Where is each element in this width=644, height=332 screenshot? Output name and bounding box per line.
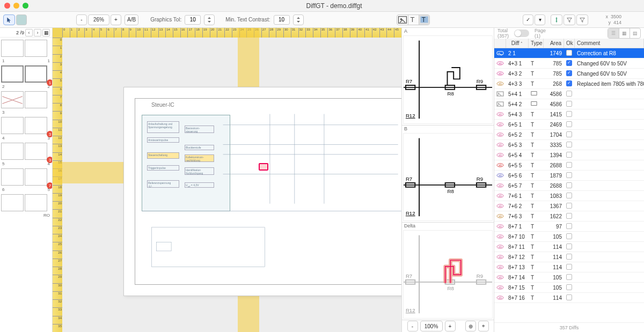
diff-ok-checkbox[interactable] xyxy=(564,121,575,128)
thumbnail-pair[interactable]: 543 xyxy=(1,143,51,160)
zoom-window-icon[interactable] xyxy=(23,3,28,9)
diff-row[interactable]: ab8+7 14T105 xyxy=(494,272,644,283)
diff-ok-checkbox[interactable] xyxy=(564,223,575,230)
layout-list-button[interactable]: ☰ xyxy=(608,28,619,38)
diff-ok-checkbox[interactable] xyxy=(564,244,575,250)
diff-ok-checkbox[interactable] xyxy=(564,264,575,271)
col-comment[interactable]: Comment xyxy=(575,39,644,48)
compare-canvas-a[interactable]: R7 R8 R9 R12 xyxy=(403,35,493,124)
layout-large-button[interactable]: ▤ xyxy=(630,28,640,38)
text-mode-button[interactable]: T xyxy=(408,15,419,25)
diff-row[interactable]: ab5+4 3T1415 xyxy=(494,109,644,120)
ab-toggle-button[interactable]: A/B xyxy=(125,14,138,25)
diff-ok-checkbox[interactable] xyxy=(564,60,575,67)
diff-ok-checkbox[interactable] xyxy=(564,80,575,87)
diff-ok-checkbox[interactable] xyxy=(564,294,575,301)
thumbnail-pair[interactable]: 221 xyxy=(1,65,51,83)
thumbnail-pair[interactable]: 433 xyxy=(1,117,51,134)
diff-hotspot[interactable] xyxy=(259,163,268,171)
diff-table[interactable]: Diff ˄ Type Area Ok Comment 2 11749Corre… xyxy=(494,39,644,322)
diff-row[interactable]: ab7+6 2T1367 xyxy=(494,201,644,211)
compare-canvas-b[interactable]: R7 R8 R9 R12 xyxy=(403,133,493,222)
diff-row[interactable]: ab8+7 16T114 xyxy=(494,293,644,303)
diff-ok-checkbox[interactable] xyxy=(564,101,575,108)
diff-row[interactable]: ab8+7 15T105 xyxy=(494,283,644,293)
zoom-level[interactable]: 26% xyxy=(88,14,109,25)
diff-row[interactable]: ab6+5 3T3335 xyxy=(494,140,644,150)
diff-row[interactable]: ab7+6 1T1083 xyxy=(494,191,644,201)
diff-row[interactable]: ab6+5 4T1394 xyxy=(494,150,644,160)
diff-ok-checkbox[interactable] xyxy=(564,172,575,179)
check-filter-button[interactable]: ✓ xyxy=(523,14,533,25)
diff-row[interactable]: ab4+3 1T785Changed 60V to 50V xyxy=(494,58,644,69)
diff-ok-checkbox[interactable] xyxy=(564,111,575,118)
diff-row[interactable]: ab4+3 2T785Changed 60V to 50V xyxy=(494,69,644,79)
diff-row[interactable]: ab7+6 3T1622 xyxy=(494,211,644,222)
diff-ok-checkbox[interactable] xyxy=(564,50,575,57)
diff-ok-checkbox[interactable] xyxy=(564,142,575,149)
diff-row[interactable]: 5+4 14586 xyxy=(494,89,644,99)
min-contrast-input[interactable] xyxy=(274,15,290,25)
layout-grid-button[interactable]: ▦ xyxy=(619,28,630,38)
diff-ok-checkbox[interactable] xyxy=(564,284,575,291)
diff-row[interactable]: ab6+5 6T1879 xyxy=(494,171,644,181)
diff-row[interactable]: ab6+5 7T2688 xyxy=(494,181,644,191)
scope-toggle[interactable] xyxy=(514,29,529,37)
col-diff[interactable]: Diff ˄ xyxy=(506,39,529,48)
funnel1-button[interactable] xyxy=(564,14,575,25)
diff-ok-checkbox[interactable] xyxy=(564,70,575,77)
funnel2-button[interactable] xyxy=(576,14,588,25)
diff-ok-checkbox[interactable] xyxy=(564,91,575,98)
diff-ok-checkbox[interactable] xyxy=(564,193,575,200)
thumbnail-pair[interactable]: RO xyxy=(1,194,51,211)
diff-row[interactable]: ab8+7 13T114 xyxy=(494,262,644,272)
thumbnail-pair[interactable]: 11 xyxy=(1,40,51,57)
close-window-icon[interactable] xyxy=(4,3,10,9)
diff-row[interactable]: 2 11749Correction at R8 xyxy=(494,48,644,58)
min-contrast-stepper[interactable] xyxy=(293,14,304,25)
text-highlight-mode-button[interactable]: T xyxy=(419,15,429,25)
cmp-fit-button[interactable]: ⊕ xyxy=(465,321,476,331)
diff-ok-checkbox[interactable] xyxy=(564,162,575,169)
cmp-zoom-out-button[interactable]: - xyxy=(407,321,418,331)
col-area[interactable]: Area xyxy=(544,39,564,48)
diff-row[interactable]: ab6+5 2T1704 xyxy=(494,130,644,140)
diff-row[interactable]: ab8+7 11T114 xyxy=(494,242,644,252)
next-page-button[interactable]: › xyxy=(34,29,41,36)
col-ok[interactable]: Ok xyxy=(564,39,575,48)
diff-row[interactable]: ab8+7 1T97 xyxy=(494,222,644,232)
diff-row[interactable]: ab4+3 3T268Replaced item 7805 with 7806 xyxy=(494,79,644,89)
col-type[interactable]: Type xyxy=(529,39,544,48)
diff-row[interactable]: ab6+5 1T2469 xyxy=(494,120,644,130)
zoom-out-button[interactable]: - xyxy=(76,14,87,25)
cmp-zoom-level[interactable]: 100% xyxy=(420,321,443,331)
graphics-tol-stepper[interactable] xyxy=(204,14,215,25)
diff-row[interactable]: ab6+5 5T2688 xyxy=(494,160,644,171)
region-tool-button[interactable] xyxy=(16,14,27,25)
graphics-tol-input[interactable] xyxy=(185,15,201,25)
overview-button[interactable]: ▦ xyxy=(42,29,50,36)
diff-ok-checkbox[interactable] xyxy=(564,203,575,210)
diff-ok-checkbox[interactable] xyxy=(564,152,575,159)
main-canvas[interactable]: 0123456789101112131415161718192021222324… xyxy=(53,28,401,332)
pointer-tool-button[interactable] xyxy=(3,14,15,25)
diff-ok-checkbox[interactable] xyxy=(564,182,575,189)
diff-row[interactable]: 5+4 24586 xyxy=(494,99,644,109)
thumbnail-pair[interactable]: 657 xyxy=(1,168,51,186)
tool-filter-button[interactable] xyxy=(551,14,562,25)
diff-ok-checkbox[interactable] xyxy=(564,274,575,281)
zoom-in-button[interactable]: + xyxy=(111,14,121,25)
cmp-target-button[interactable]: ⌖ xyxy=(478,321,489,331)
compare-canvas-delta[interactable]: R7 R8 R9 R12 xyxy=(403,230,493,319)
diff-row[interactable]: ab8+7 12T114 xyxy=(494,252,644,262)
image-mode-button[interactable] xyxy=(397,15,408,25)
thumbnail-pair[interactable]: 3 xyxy=(1,91,51,108)
check-filter-dropdown[interactable]: ▾ xyxy=(535,14,545,25)
diff-row[interactable]: ab8+7 10T105 xyxy=(494,232,644,242)
diff-ok-checkbox[interactable] xyxy=(564,233,575,240)
diff-ok-checkbox[interactable] xyxy=(564,254,575,261)
diff-ok-checkbox[interactable] xyxy=(564,213,575,220)
prev-page-button[interactable]: ‹ xyxy=(25,29,33,36)
cmp-zoom-in-button[interactable]: + xyxy=(445,321,456,331)
minimize-window-icon[interactable] xyxy=(13,3,19,9)
